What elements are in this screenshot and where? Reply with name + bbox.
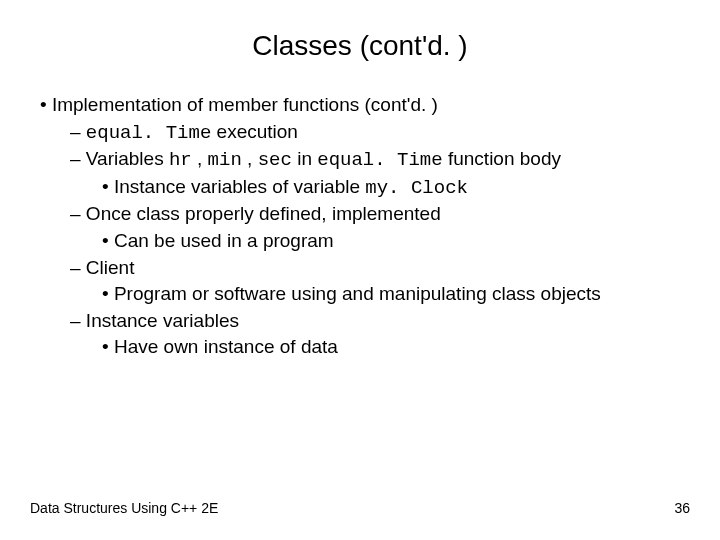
bullet-text: Can be used in a program <box>114 230 334 251</box>
bullet-level3: Can be used in a program <box>102 228 690 255</box>
code-text: min <box>208 149 242 171</box>
page-number: 36 <box>674 500 690 516</box>
bullet-text: execution <box>211 121 298 142</box>
bullet-text: , <box>192 148 208 169</box>
bullet-text: Have own instance of data <box>114 336 338 357</box>
footer-left: Data Structures Using C++ 2E <box>30 500 218 516</box>
bullet-text: Client <box>86 257 135 278</box>
bullet-text: Program or software using and manipulati… <box>114 283 601 304</box>
bullet-level2: equal. Time execution <box>70 119 690 147</box>
bullet-level3: Instance variables of variable my. Clock <box>102 174 690 202</box>
bullet-level2: Client Program or software using and man… <box>70 255 690 308</box>
slide-title: Classes (cont'd. ) <box>30 30 690 62</box>
code-text: my. Clock <box>365 177 468 199</box>
code-text: equal. Time <box>317 149 442 171</box>
bullet-level1: Implementation of member functions (cont… <box>40 92 690 361</box>
bullet-text: function body <box>443 148 561 169</box>
bullet-level3: Program or software using and manipulati… <box>102 281 690 308</box>
code-text: hr <box>169 149 192 171</box>
bullet-text: Instance variables <box>86 310 239 331</box>
code-text: equal. Time <box>86 122 211 144</box>
bullet-text: Instance variables of variable <box>114 176 365 197</box>
bullet-text: Implementation of member functions (cont… <box>52 94 438 115</box>
code-text: sec <box>258 149 292 171</box>
bullet-text: in <box>292 148 317 169</box>
bullet-text: Variables <box>86 148 169 169</box>
bullet-level3: Have own instance of data <box>102 334 690 361</box>
bullet-level2: Variables hr , min , sec in equal. Time … <box>70 146 690 201</box>
bullet-level2: Instance variables Have own instance of … <box>70 308 690 361</box>
slide-content: Implementation of member functions (cont… <box>30 92 690 361</box>
bullet-text: , <box>242 148 258 169</box>
slide-footer: Data Structures Using C++ 2E 36 <box>30 500 690 516</box>
bullet-text: Once class properly defined, implemented <box>86 203 441 224</box>
bullet-level2: Once class properly defined, implemented… <box>70 201 690 254</box>
